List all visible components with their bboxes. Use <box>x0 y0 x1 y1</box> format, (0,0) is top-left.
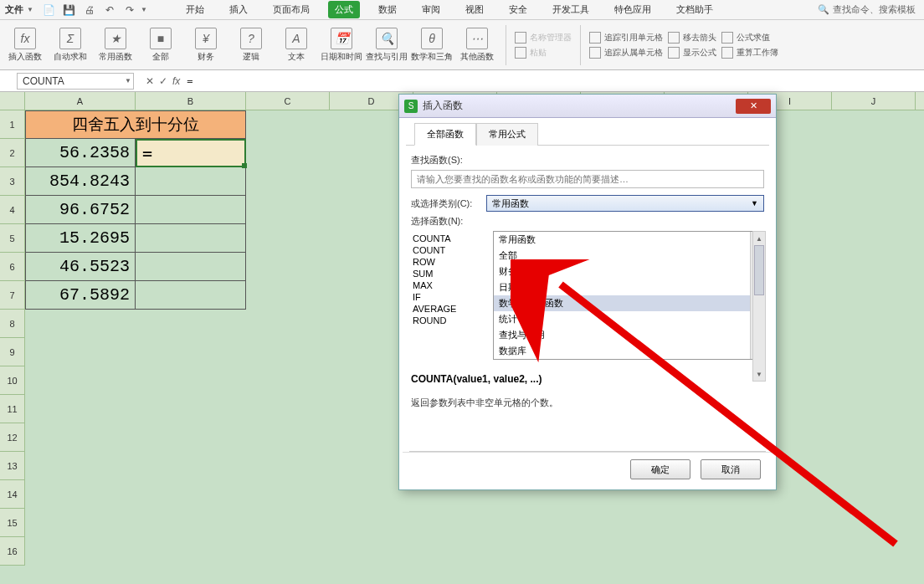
tab-dev[interactable]: 开发工具 <box>546 1 596 18</box>
dialog-titlebar[interactable]: S 插入函数 ✕ <box>399 95 776 118</box>
cell-a6[interactable]: 46.5523 <box>25 253 136 281</box>
close-button[interactable]: ✕ <box>736 99 771 114</box>
cancel-formula-icon[interactable]: ✕ <box>146 75 154 87</box>
cell-b4[interactable] <box>136 196 246 224</box>
file-menu[interactable]: 文件 <box>5 3 23 16</box>
tab-insert[interactable]: 插入 <box>223 1 254 18</box>
autosum-button[interactable]: Σ自动求和 <box>50 22 90 69</box>
tab-common-formulas[interactable]: 常用公式 <box>476 123 538 146</box>
row-header[interactable]: 13 <box>0 452 25 480</box>
tab-layout[interactable]: 页面布局 <box>266 1 316 18</box>
more-functions-button[interactable]: ⋯其他函数 <box>457 22 497 69</box>
name-box-dropdown-icon[interactable]: ▼ <box>125 77 131 85</box>
cell-a2[interactable]: 56.2358 <box>25 139 136 167</box>
undo-icon[interactable]: ↶ <box>103 3 116 17</box>
math-trig-button[interactable]: θ数学和三角 <box>412 22 452 69</box>
row-header[interactable]: 16 <box>0 537 25 566</box>
save-icon[interactable]: 💾 <box>63 3 76 17</box>
cell-a5[interactable]: 15.2695 <box>25 224 136 253</box>
row-header[interactable]: 6 <box>0 253 25 281</box>
file-dropdown-icon[interactable]: ▼ <box>27 6 33 13</box>
remove-arrows-button[interactable]: 移去箭头 <box>668 32 716 44</box>
row-header[interactable]: 7 <box>0 281 25 310</box>
empty-row[interactable] <box>25 537 924 566</box>
tab-security[interactable]: 安全 <box>502 1 534 18</box>
insert-function-button[interactable]: fx插入函数 <box>5 22 45 69</box>
row-header[interactable]: 2 <box>0 139 25 167</box>
list-item[interactable]: ROUND <box>411 315 486 326</box>
row-header[interactable]: 8 <box>0 310 25 338</box>
row-header[interactable]: 1 <box>0 110 25 139</box>
list-item[interactable]: 查找与引用 <box>494 327 763 343</box>
tab-formula[interactable]: 公式 <box>328 1 360 18</box>
row-header[interactable]: 3 <box>0 167 25 196</box>
row-header[interactable]: 14 <box>0 480 25 509</box>
category-dropdown-list[interactable]: 常用函数 全部 财务 日期与时间 数学与三角函数 统计 查找与引用 数据库 ▲▼ <box>493 231 764 360</box>
list-item[interactable]: ROW <box>411 256 486 268</box>
evaluate-formula-button[interactable]: 公式求值 <box>721 32 778 44</box>
list-item[interactable]: 财务 <box>494 264 763 279</box>
cell-b2-active[interactable]: = <box>136 139 246 167</box>
row-header[interactable]: 4 <box>0 196 25 224</box>
empty-row[interactable] <box>25 509 924 537</box>
row-header[interactable]: 10 <box>0 366 25 395</box>
logical-button[interactable]: ?逻辑 <box>231 22 271 69</box>
col-header-j[interactable]: J <box>832 92 916 110</box>
tab-home[interactable]: 开始 <box>179 1 211 18</box>
col-header-b[interactable]: B <box>136 92 246 110</box>
cell-a7[interactable]: 67.5892 <box>25 281 136 310</box>
formula-input[interactable]: = <box>187 75 192 87</box>
fx-icon[interactable]: fx <box>172 75 180 87</box>
scroll-up-icon[interactable]: ▲ <box>753 232 765 245</box>
print-icon[interactable]: 🖨 <box>83 3 96 17</box>
list-item[interactable]: AVERAGE <box>411 303 486 315</box>
function-list-scrollbar[interactable]: ▲ ▼ <box>752 231 766 382</box>
function-list[interactable]: COUNTA COUNT ROW SUM MAX IF AVERAGE ROUN… <box>411 231 486 360</box>
list-item[interactable]: 统计 <box>494 311 763 327</box>
recalc-button[interactable]: 重算工作簿 <box>721 47 778 59</box>
enter-formula-icon[interactable]: ✓ <box>159 75 167 87</box>
scroll-down-icon[interactable]: ▼ <box>753 367 765 381</box>
tab-all-functions[interactable]: 全部函数 <box>414 123 476 146</box>
list-item[interactable]: 数据库 <box>494 343 763 359</box>
all-functions-button[interactable]: ■全部 <box>141 22 181 69</box>
search-function-input[interactable] <box>411 170 764 188</box>
tab-view[interactable]: 视图 <box>459 1 490 18</box>
cell-b6[interactable] <box>136 253 246 281</box>
show-formulas-button[interactable]: 显示公式 <box>668 47 716 59</box>
scroll-thumb[interactable] <box>754 245 764 295</box>
row-header[interactable]: 5 <box>0 224 25 253</box>
trace-precedents-button[interactable]: 追踪引用单元格 <box>589 32 663 44</box>
cell-a4[interactable]: 96.6752 <box>25 196 136 224</box>
tab-features[interactable]: 特色应用 <box>608 1 658 18</box>
category-combo[interactable]: 常用函数 ▼ <box>486 195 764 212</box>
col-header-c[interactable]: C <box>246 92 330 110</box>
list-item[interactable]: COUNT <box>411 244 486 256</box>
ok-button[interactable]: 确定 <box>630 459 690 479</box>
list-item[interactable]: IF <box>411 291 486 303</box>
select-all-corner[interactable] <box>0 92 25 110</box>
cell-b5[interactable] <box>136 224 246 253</box>
row-header[interactable]: 11 <box>0 395 25 423</box>
row-header[interactable]: 9 <box>0 338 25 366</box>
table-title[interactable]: 四舍五入到十分位 <box>25 110 246 139</box>
tab-data[interactable]: 数据 <box>372 1 403 18</box>
recent-functions-button[interactable]: ★常用函数 <box>95 22 136 69</box>
list-item[interactable]: SUM <box>411 268 486 279</box>
list-item-highlighted[interactable]: 数学与三角函数 <box>494 295 763 311</box>
cell-a3[interactable]: 854.8243 <box>25 167 136 196</box>
list-item[interactable]: 常用函数 <box>494 232 763 248</box>
cell-b7[interactable] <box>136 281 246 310</box>
datetime-button[interactable]: 📅日期和时间 <box>321 22 362 69</box>
cell-b3[interactable] <box>136 167 246 196</box>
search-box[interactable]: 🔍 查找命令、搜索模板 <box>818 3 916 16</box>
list-item[interactable]: MAX <box>411 279 486 291</box>
tab-review[interactable]: 审阅 <box>415 1 447 18</box>
text-button[interactable]: A文本 <box>276 22 316 69</box>
list-item[interactable]: 日期与时间 <box>494 279 763 295</box>
col-header-a[interactable]: A <box>25 92 136 110</box>
name-box[interactable]: COUNTA▼ <box>17 73 134 90</box>
tab-dochelper[interactable]: 文档助手 <box>670 1 720 18</box>
row-header[interactable]: 15 <box>0 509 25 537</box>
trace-dependents-button[interactable]: 追踪从属单元格 <box>589 47 663 59</box>
